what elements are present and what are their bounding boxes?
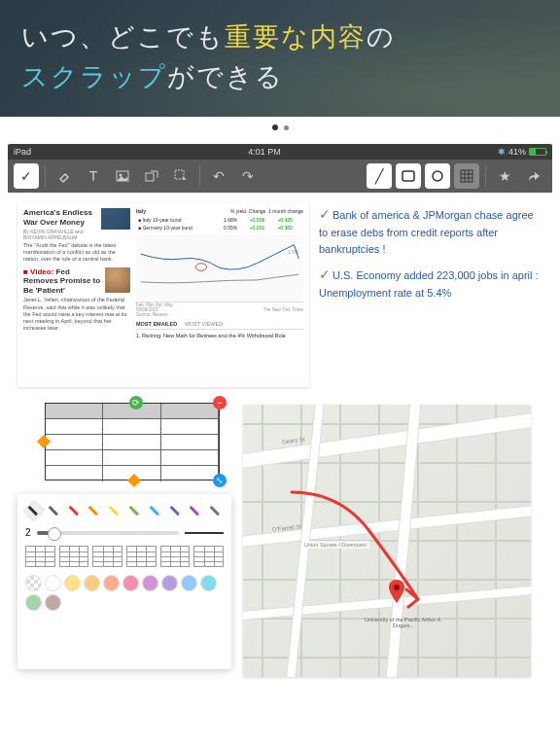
device-label: iPad bbox=[14, 147, 31, 157]
shape-button[interactable] bbox=[139, 163, 164, 189]
hero-text: いつ、どこでも bbox=[21, 22, 225, 52]
stroke-size-label: 2 bbox=[25, 527, 31, 538]
fill-color[interactable] bbox=[84, 575, 100, 591]
svg-rect-2 bbox=[146, 173, 154, 181]
fill-color[interactable] bbox=[142, 575, 158, 591]
stroke-preview bbox=[185, 532, 224, 534]
fill-color[interactable] bbox=[122, 575, 139, 591]
fill-color[interactable] bbox=[25, 594, 42, 611]
bond-table: ■ Italy 10-year bond1.68%+0.006+0.425 ■ … bbox=[136, 216, 303, 231]
star-button[interactable]: ★ bbox=[492, 163, 517, 189]
fill-color[interactable] bbox=[64, 575, 81, 591]
stroke-slider[interactable] bbox=[37, 531, 179, 535]
battery-pct: 41% bbox=[508, 147, 526, 157]
grid-preset[interactable] bbox=[193, 546, 224, 567]
handwritten-notes: ✓Bank of america & JPMorgan chase agree … bbox=[319, 204, 542, 302]
style-palette: 2 bbox=[18, 494, 231, 669]
toolbar: ✓ T ↶ ↷ ╱ ★ bbox=[8, 160, 552, 193]
svg-point-5 bbox=[433, 171, 442, 181]
map-clipping[interactable]: Geary St O'Farrell St Union Square / Dow… bbox=[243, 405, 531, 677]
status-bar: iPad 4:01 PM ✱ 41% bbox=[8, 144, 552, 160]
resize-handle[interactable]: ⤡ bbox=[213, 474, 227, 487]
list-item: 1. Retiring: New Math for Retirees and t… bbox=[136, 333, 303, 338]
grid-tool[interactable] bbox=[454, 163, 479, 189]
grid-preset[interactable] bbox=[92, 546, 122, 567]
battery-icon bbox=[529, 148, 546, 156]
checkmark-icon: ✓ bbox=[319, 204, 332, 225]
svg-rect-4 bbox=[402, 171, 414, 181]
hero-banner: いつ、どこでも重要な内容の スクラップができる bbox=[0, 0, 560, 117]
ipad-camera bbox=[259, 124, 301, 130]
grid-preset[interactable] bbox=[160, 546, 191, 567]
rect-tool[interactable] bbox=[396, 163, 421, 189]
svg-point-12 bbox=[195, 264, 206, 271]
select-button[interactable] bbox=[168, 163, 193, 189]
hero-highlight: 重要な内容 bbox=[225, 22, 367, 52]
chart-title: Italy bbox=[136, 208, 146, 214]
tab-emailed[interactable]: MOST EMAILED bbox=[136, 321, 177, 327]
svg-rect-6 bbox=[461, 170, 472, 182]
check-button[interactable]: ✓ bbox=[14, 163, 39, 189]
rotate-handle[interactable]: ⟳ bbox=[129, 396, 143, 409]
fill-color[interactable] bbox=[25, 575, 42, 591]
eraser-button[interactable] bbox=[52, 163, 77, 189]
canvas[interactable]: America's Endless War Over Money By KEVI… bbox=[8, 193, 552, 747]
ipad-screen: iPad 4:01 PM ✱ 41% ✓ T ↶ ↷ ╱ ★ bbox=[8, 144, 552, 747]
line-tool[interactable]: ╱ bbox=[367, 163, 392, 189]
svg-text:1.5%: 1.5% bbox=[288, 250, 299, 255]
drawn-arrow bbox=[282, 482, 457, 619]
fill-color[interactable] bbox=[103, 575, 120, 591]
bond-chart: 1.5% bbox=[136, 234, 303, 302]
news-clipping[interactable]: America's Endless War Over Money By KEVI… bbox=[18, 202, 309, 387]
share-button[interactable] bbox=[521, 163, 546, 189]
status-time: 4:01 PM bbox=[248, 147, 281, 157]
news-image2 bbox=[105, 267, 130, 293]
bluetooth-icon: ✱ bbox=[498, 147, 506, 157]
grid-preset[interactable] bbox=[126, 546, 157, 567]
circle-tool[interactable] bbox=[425, 163, 450, 189]
news-summary: The "Audit the Fed" debate is the latest… bbox=[23, 242, 130, 263]
news-image bbox=[101, 208, 130, 230]
fill-color[interactable] bbox=[181, 575, 197, 591]
hero-highlight2: スクラップ bbox=[21, 62, 167, 91]
fill-color[interactable] bbox=[45, 594, 61, 611]
fill-color[interactable] bbox=[200, 575, 217, 591]
image-button[interactable] bbox=[110, 163, 135, 189]
tab-viewed[interactable]: MOST VIEWED bbox=[185, 321, 223, 327]
grid-preset[interactable] bbox=[25, 546, 55, 567]
undo-button[interactable]: ↶ bbox=[206, 163, 231, 189]
news-summary2: Janet L. Yellen, chairwoman of the Feder… bbox=[23, 297, 130, 332]
delete-handle[interactable]: − bbox=[213, 396, 227, 409]
grid-preset[interactable] bbox=[59, 546, 89, 567]
news-byline: By KEVIN GRANVILLE and BINYAMIN APPELBAU… bbox=[23, 229, 130, 240]
redo-button[interactable]: ↷ bbox=[235, 163, 261, 189]
table-object[interactable]: ⟳ − ⤡ bbox=[45, 403, 220, 480]
fill-color[interactable] bbox=[45, 575, 61, 591]
checkmark-icon: ✓ bbox=[319, 265, 332, 285]
grid-style-row bbox=[25, 546, 224, 567]
fill-color-row bbox=[25, 575, 224, 611]
pen-color-row bbox=[25, 502, 224, 519]
text-button[interactable]: T bbox=[81, 163, 106, 189]
ipad-bezel: iPad 4:01 PM ✱ 41% ✓ T ↶ ↷ ╱ ★ bbox=[0, 117, 560, 747]
pen-color[interactable] bbox=[203, 499, 228, 523]
fill-color[interactable] bbox=[161, 575, 178, 591]
